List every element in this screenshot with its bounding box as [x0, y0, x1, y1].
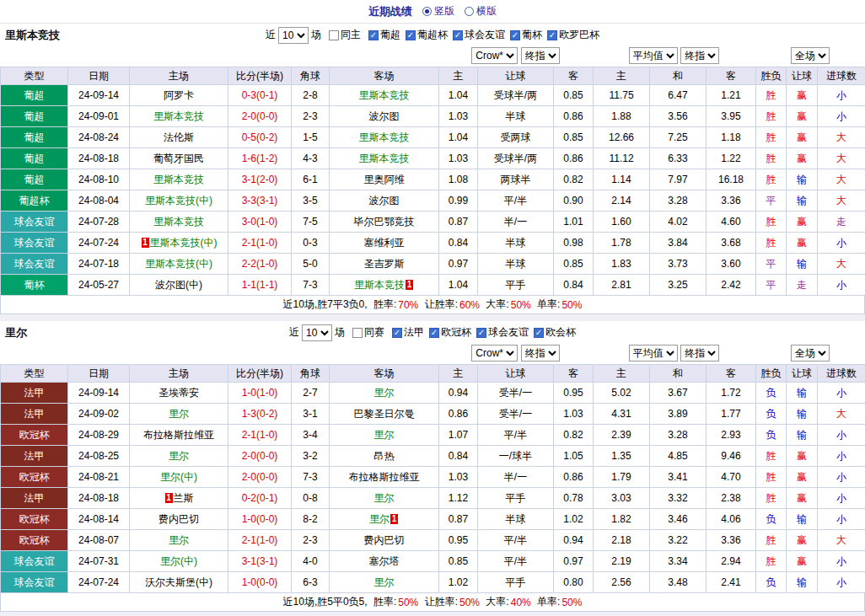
result-scope-select[interactable]: 全场: [791, 345, 830, 362]
team-name-link[interactable]: 里尔: [169, 408, 189, 420]
match-count-select[interactable]: 10: [302, 324, 332, 341]
team-name-link[interactable]: 布拉格斯拉维亚: [349, 471, 420, 483]
match-row: 葡超杯24-08-04里斯本竞技(中)3-3(3-1)3-5波尔图0.99平/半…: [1, 190, 865, 212]
match-score[interactable]: 1-1(1-1): [228, 275, 292, 296]
league-filter-checkbox[interactable]: ✓葡杯: [510, 28, 542, 42]
team-name-link[interactable]: 里斯本竞技: [354, 279, 405, 291]
match-score[interactable]: 3-3(3-1): [228, 190, 292, 212]
team-name-link[interactable]: 里斯本竞技: [359, 131, 410, 143]
team-name-link[interactable]: 圣埃蒂安: [158, 387, 199, 399]
match-score[interactable]: 3-0(1-0): [228, 212, 292, 233]
team-name-link[interactable]: 里斯本竞技: [359, 89, 410, 101]
match-count-select[interactable]: 10: [278, 27, 309, 44]
result-scope-select[interactable]: 全场: [791, 47, 830, 64]
ah-odds-type-select[interactable]: 终指: [521, 47, 560, 64]
team-name-link[interactable]: 葡萄牙国民: [153, 153, 204, 164]
league-filter-checkbox[interactable]: ✓欧会杯: [534, 325, 576, 340]
team-name-link[interactable]: 圣吉罗斯: [364, 258, 405, 270]
ah-odds-source-select[interactable]: Crow*: [471, 345, 518, 362]
team-name-link[interactable]: 里斯本竞技(中): [150, 237, 218, 249]
match-score[interactable]: 0-2(0-1): [228, 488, 292, 509]
match-score[interactable]: 1-3(0-2): [228, 404, 292, 425]
ah-away-odds: 0.86: [554, 106, 594, 127]
team-name-link[interactable]: 布拉格斯拉维亚: [143, 429, 214, 441]
team-name-link[interactable]: 塞维利亚: [364, 237, 405, 249]
league-filter-checkbox[interactable]: ✓球会友谊: [453, 28, 505, 42]
team-name-link[interactable]: 里尔: [369, 513, 390, 525]
league-badge: 欧冠杯: [1, 467, 68, 488]
ah-odds-source-select[interactable]: Crow*: [471, 47, 518, 64]
team-name-link[interactable]: 法伦斯: [164, 131, 194, 143]
summary-stat-label: 让胜率:: [425, 297, 458, 312]
team-name-link[interactable]: 巴黎圣日尔曼: [354, 408, 415, 420]
match-score[interactable]: 2-0(0-0): [228, 467, 292, 488]
eu-odds-source-select[interactable]: 平均值: [629, 47, 678, 64]
team-name-link[interactable]: 里奥阿维: [364, 174, 405, 185]
match-score[interactable]: 1-0(0-0): [228, 572, 292, 593]
match-score[interactable]: 2-0(0-0): [228, 106, 292, 127]
team-name-link[interactable]: 里尔: [374, 387, 395, 399]
eu-odds-type-select[interactable]: 终指: [680, 345, 719, 362]
summary-stat-value: 50%: [561, 299, 582, 311]
team-name-link[interactable]: 波尔图: [369, 110, 400, 122]
match-score[interactable]: 2-1(1-0): [228, 233, 292, 254]
col-header-away: 客场: [330, 365, 439, 383]
league-filter-checkbox[interactable]: ✓葡超杯: [406, 28, 448, 42]
team-name-link[interactable]: 里尔: [169, 534, 189, 546]
team-name-link[interactable]: 里尔(中): [160, 555, 197, 567]
match-score[interactable]: 0-5(0-2): [228, 127, 292, 148]
team-name-link[interactable]: 里斯本竞技(中): [145, 195, 212, 206]
team-name-link[interactable]: 里尔: [374, 492, 395, 504]
summary-stat-value: 50%: [398, 597, 418, 608]
team-name-link[interactable]: 里尔(中): [160, 471, 197, 483]
team-name-link[interactable]: 里斯本竞技: [153, 110, 204, 122]
league-filter-checkbox[interactable]: ✓欧冠杯: [429, 325, 471, 340]
league-filter-checkbox[interactable]: ✓欧罗巴杯: [547, 28, 599, 42]
col-header-away: 客场: [330, 67, 439, 85]
league-filter-checkbox[interactable]: ✓法甲: [392, 325, 424, 340]
team-name-link[interactable]: 沃尔夫斯堡(中): [145, 576, 212, 588]
team-name-link[interactable]: 波尔图(中): [155, 279, 202, 291]
match-score[interactable]: 2-0(0-0): [228, 446, 292, 467]
orientation-radio-vertical[interactable]: 竖版: [422, 4, 454, 19]
match-score[interactable]: 2-1(1-0): [228, 530, 292, 551]
team-name-link[interactable]: 费内巴切: [158, 513, 199, 525]
match-score[interactable]: 2-1(1-0): [228, 425, 292, 446]
team-name-link[interactable]: 里尔: [374, 576, 395, 588]
team-name-link[interactable]: 里斯本竞技: [153, 174, 204, 185]
summary-line: 近10场,胜5平0负5, 胜率:50% 让胜率:50% 大率:40% 单率:50…: [0, 593, 865, 612]
team-name-link[interactable]: 费内巴切: [364, 534, 405, 546]
league-filter-checkbox[interactable]: ✓球会友谊: [476, 325, 529, 340]
team-name-link[interactable]: 毕尔巴鄂竞技: [354, 216, 415, 228]
team-name-link[interactable]: 里斯本竞技: [359, 153, 410, 164]
match-score[interactable]: 3-1(3-1): [228, 551, 292, 572]
eu-odds-type-select[interactable]: 终指: [680, 47, 719, 64]
eu-odds-source-select[interactable]: 平均值: [629, 345, 678, 362]
team-name-link[interactable]: 波尔图: [369, 195, 400, 206]
handicap-result-text: 赢: [787, 446, 818, 467]
league-filter-checkbox[interactable]: ✓葡超: [368, 28, 400, 42]
match-score[interactable]: 2-2(1-0): [228, 254, 292, 275]
same-filter-checkbox[interactable]: 同赛: [352, 325, 384, 340]
eu-home-odds: 1.60: [594, 212, 650, 233]
match-score[interactable]: 1-0(1-0): [228, 383, 292, 404]
corners-score: 8-2: [292, 509, 330, 530]
match-score[interactable]: 1-0(0-0): [228, 509, 292, 530]
team-name-link[interactable]: 阿罗卡: [164, 89, 194, 101]
team-name-link[interactable]: 里尔: [169, 450, 189, 462]
orientation-radio-horizontal[interactable]: 横版: [465, 4, 497, 19]
team-name-link[interactable]: 兰斯: [174, 492, 194, 504]
same-filter-checkbox[interactable]: 同主: [329, 28, 361, 42]
team-name-link[interactable]: 塞尔塔: [369, 555, 400, 567]
match-score[interactable]: 3-1(2-0): [228, 169, 292, 190]
team-name-link[interactable]: 里斯本竞技(中): [145, 258, 212, 270]
match-score[interactable]: 0-3(0-1): [228, 85, 292, 106]
team-name-link[interactable]: 里尔: [374, 429, 395, 441]
match-score[interactable]: 1-6(1-2): [228, 148, 292, 169]
match-date: 24-07-28: [68, 212, 130, 233]
team-name-link[interactable]: 里斯本竞技: [153, 216, 204, 228]
team-name-link[interactable]: 昂热: [374, 450, 395, 462]
goals-result-text: 小: [818, 509, 865, 530]
ah-odds-type-select[interactable]: 终指: [521, 345, 560, 362]
home-team-cell: 1兰斯: [130, 488, 228, 509]
